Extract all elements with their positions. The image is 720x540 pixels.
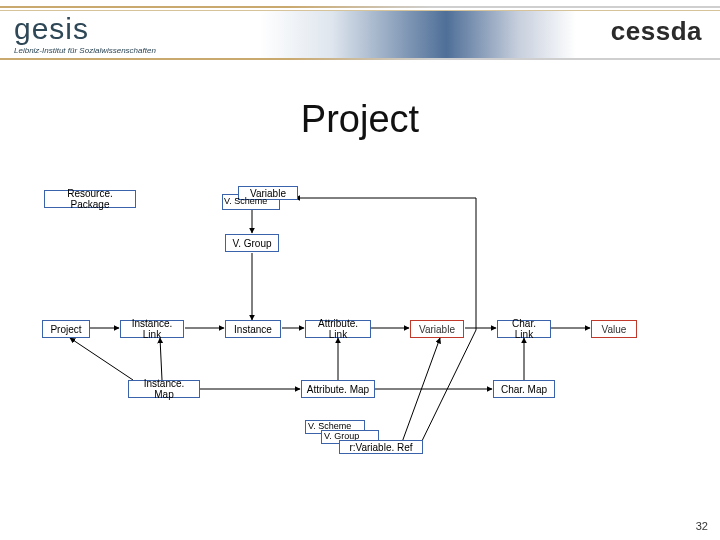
box-project: Project <box>42 320 90 338</box>
box-instance-link: Instance. Link <box>120 320 184 338</box>
box-attribute-link: Attribute. Link <box>305 320 371 338</box>
box-v-group: V. Group <box>225 234 279 252</box>
box-variable-vscheme-stack: Variable V. Scheme <box>222 186 298 210</box>
gesis-logo: gesis Leibniz-Institut für Sozialwissens… <box>14 12 156 58</box>
header-bar: gesis Leibniz-Institut für Sozialwissens… <box>0 0 720 68</box>
box-variable-ref-cluster: V. Scheme V. Group r:Variable. Ref <box>305 420 425 460</box>
box-char-link: Char. Link <box>497 320 551 338</box>
box-char-map: Char. Map <box>493 380 555 398</box>
slide-number: 32 <box>696 520 708 532</box>
cessda-logo: cessda <box>611 16 702 47</box>
box-instance: Instance <box>225 320 281 338</box>
box-variable-red: Variable <box>410 320 464 338</box>
box-vscheme-label: V. Scheme <box>224 196 267 206</box>
box-value-red: Value <box>591 320 637 338</box>
slide-title: Project <box>0 98 720 141</box>
svg-line-9 <box>160 338 162 380</box>
gesis-logo-text: gesis <box>14 12 156 46</box>
svg-line-8 <box>70 338 133 380</box>
box-attribute-map: Attribute. Map <box>301 380 375 398</box>
header-rule-bottom <box>0 58 720 60</box>
header-rule-top <box>0 6 720 8</box>
gesis-logo-subtitle: Leibniz-Institut für Sozialwissenschafte… <box>14 46 156 55</box>
box-instance-map: Instance. Map <box>128 380 200 398</box>
cluster-variable-ref: r:Variable. Ref <box>339 440 423 454</box>
box-resource-package: Resource. Package <box>44 190 136 208</box>
